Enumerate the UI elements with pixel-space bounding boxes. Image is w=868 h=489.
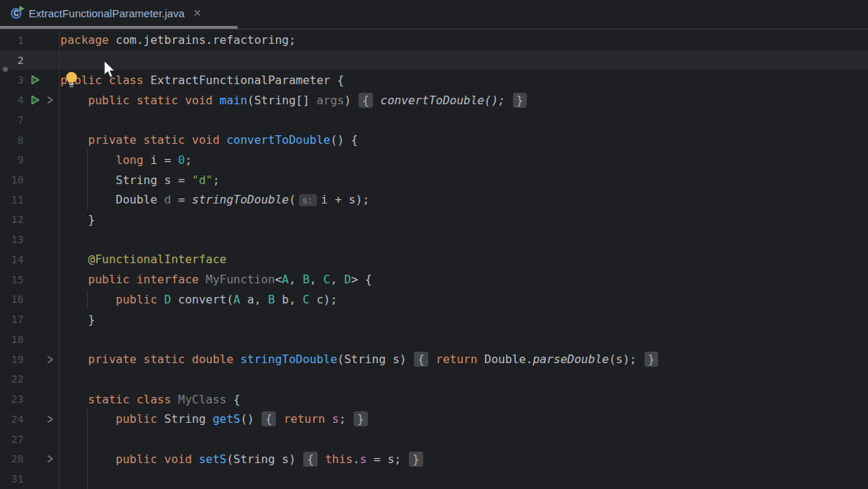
gutter[interactable]: 27 (0, 429, 59, 449)
gutter[interactable]: 12 (0, 210, 59, 230)
token-text: = s; (366, 452, 408, 466)
token-text: < (275, 273, 282, 286)
editor-row-line-3[interactable]: 3public class ExtractFunctionalParameter… (0, 70, 868, 90)
token-text: com.jetbrains.refactoring; (108, 33, 295, 47)
fold-collapsed-icon[interactable] (46, 414, 55, 424)
gutter[interactable]: 14 (0, 250, 59, 270)
token-text: ; (185, 153, 192, 167)
editor-row-line-22[interactable]: 22 (0, 369, 868, 389)
token-keyword: return (436, 352, 478, 366)
token-folded-code: stringToDouble (192, 193, 289, 206)
gutter[interactable]: 3 (0, 70, 59, 90)
fold-brace-chip[interactable]: { (303, 452, 318, 467)
editor-row-line-1[interactable]: 1package com.jetbrains.refactoring; (0, 30, 868, 50)
editor-row-line-9[interactable]: 9 long i = 0; (0, 150, 868, 170)
editor-row-line-31[interactable]: 31 (0, 469, 868, 489)
fold-brace-chip[interactable]: } (409, 452, 423, 467)
editor-row-line-18[interactable]: 18 (0, 329, 868, 349)
fold-brace-chip[interactable]: { (414, 352, 428, 367)
mouse-cursor-icon (103, 60, 117, 83)
fold-brace-chip[interactable]: { (262, 411, 276, 426)
code-text: Double d = stringToDouble(s:i + s); (59, 193, 369, 206)
code-text: public interface MyFunction<A, B, C, D> … (59, 273, 372, 286)
gutter[interactable]: 24 (0, 409, 59, 429)
gutter[interactable]: 2 (0, 50, 59, 70)
indent-guide (87, 429, 88, 449)
token-text (199, 273, 206, 286)
token-text: , (289, 273, 303, 286)
java-class-icon: C (11, 7, 23, 19)
gutter[interactable]: 13 (0, 229, 59, 250)
code-editor[interactable]: 1package com.jetbrains.refactoring;23pub… (0, 30, 868, 489)
editor-row-line-23[interactable]: 23 static class MyClass { (0, 389, 868, 409)
token-annotation: @FunctionalInterface (88, 252, 227, 266)
fold-brace-chip[interactable]: } (354, 411, 368, 426)
line-number: 1 (0, 35, 24, 46)
editor-row-line-28[interactable]: 28 public void setS(String s) { this.s =… (0, 449, 868, 469)
fold-collapsed-icon[interactable] (46, 454, 55, 464)
tab-close-icon[interactable]: ✕ (193, 8, 202, 18)
gutter[interactable]: 10 (0, 170, 59, 190)
gutter[interactable]: 28 (0, 449, 59, 469)
gutter[interactable]: 18 (0, 329, 59, 349)
fold-collapsed-icon[interactable] (46, 95, 55, 105)
editor-row-line-16[interactable]: 16 public D convert(A a, B b, C c); (0, 290, 868, 310)
line-number: 13 (0, 234, 24, 245)
gutter[interactable]: 8 (0, 130, 59, 150)
parameter-hint: s: (299, 194, 317, 206)
editor-row-line-8[interactable]: 8 private static void convertToDouble() … (0, 130, 868, 150)
editor-row-line-24[interactable]: 24 public String getS() { return s; } (0, 409, 868, 429)
gutter[interactable]: 23 (0, 389, 59, 409)
token-method-name: main (220, 93, 248, 107)
editor-row-line-10[interactable]: 10 String s = "d"; (0, 170, 868, 190)
token-text: ( (289, 193, 296, 206)
gutter[interactable]: 1 (0, 30, 59, 50)
editor-row-line-11[interactable]: 11 Double d = stringToDouble(s:i + s); (0, 190, 868, 210)
tab-extractfunctionalparameter[interactable]: C ExtractFunctionalParameter.java ✕ (0, 0, 238, 26)
editor-row-line-19[interactable]: 19 private static double stringToDouble(… (0, 349, 868, 370)
gutter[interactable]: 22 (0, 369, 59, 389)
editor-row-line-15[interactable]: 15 public interface MyFunction<A, B, C, … (0, 270, 868, 290)
gutter-separator (59, 30, 60, 489)
gutter[interactable]: 4 (0, 90, 59, 110)
fold-collapsed-icon[interactable] (46, 355, 55, 365)
gutter[interactable]: 16 (0, 290, 59, 310)
gutter[interactable]: 11 (0, 190, 59, 210)
editor-row-line-7[interactable]: 7 (0, 110, 868, 130)
intention-lightbulb-icon[interactable] (65, 71, 78, 92)
gutter[interactable]: 15 (0, 270, 59, 290)
fold-brace-chip[interactable]: { (359, 93, 373, 108)
code-text: private static void convertToDouble() { (59, 133, 358, 147)
gutter[interactable]: 31 (0, 469, 59, 489)
fold-brace-chip[interactable]: } (645, 352, 659, 367)
gutter[interactable]: 19 (0, 349, 59, 370)
editor-row-line-27[interactable]: 27 (0, 429, 868, 449)
line-number: 7 (0, 114, 24, 126)
token-keyword: static class (88, 393, 172, 406)
editor-row-line-12[interactable]: 12 } (0, 210, 868, 230)
token-unused: MyClass (178, 393, 226, 406)
line-number: 10 (0, 174, 24, 186)
editor-row-line-17[interactable]: 17 } (0, 309, 868, 329)
code-text: @FunctionalInterface (59, 252, 226, 266)
run-button-icon[interactable] (29, 94, 41, 106)
editor-row-line-2[interactable]: 2 (0, 50, 868, 70)
token-text: ; (339, 412, 353, 426)
token-keyword: package (60, 33, 108, 47)
gutter[interactable]: 17 (0, 309, 59, 329)
line-number: 27 (0, 434, 24, 445)
line-number: 23 (0, 393, 24, 405)
editor-row-line-13[interactable]: 13 (0, 229, 868, 250)
token-type-parameter: D (165, 293, 172, 306)
code-text: public static void main(String[] args) {… (59, 93, 527, 107)
token-type-parameter: B (268, 293, 275, 306)
gutter[interactable]: 9 (0, 150, 59, 170)
code-text: public D convert(A a, B b, C c); (59, 293, 337, 306)
editor-row-line-4[interactable]: 4 public static void main(String[] args)… (0, 90, 868, 110)
run-button-icon[interactable] (29, 74, 41, 86)
token-text: c); (310, 293, 338, 306)
editor-row-line-14[interactable]: 14 @FunctionalInterface (0, 250, 868, 270)
line-number: 31 (0, 473, 24, 485)
gutter[interactable]: 7 (0, 110, 59, 130)
fold-brace-chip[interactable]: } (513, 93, 527, 108)
